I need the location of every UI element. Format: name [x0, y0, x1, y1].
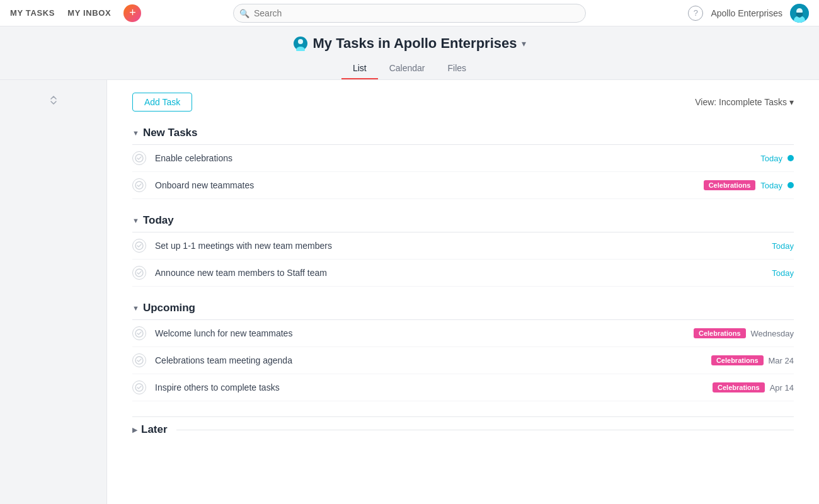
task-date: Apr 14 [770, 383, 794, 392]
avatar[interactable] [790, 4, 809, 23]
task-name: Celebrations team meeting agenda [155, 355, 711, 365]
upcoming-header[interactable]: ▼ Upcoming [132, 302, 794, 314]
later-divider [176, 430, 794, 430]
task-date: Today [760, 181, 782, 190]
task-dot [788, 155, 794, 161]
table-row[interactable]: Inspire others to complete tasks Celebra… [132, 374, 794, 401]
new-tasks-section: ▼ New Tasks Enable celebrations Today [132, 127, 794, 199]
later-caret: ▶ [132, 426, 137, 434]
table-row[interactable]: Onboard new teammates Celebrations Today [132, 172, 794, 199]
task-name: Enable celebrations [155, 153, 760, 163]
today-title: Today [143, 214, 174, 227]
upcoming-title: Upcoming [143, 302, 195, 314]
view-caret-icon: ▾ [789, 97, 794, 107]
my-tasks-nav[interactable]: MY TASKS [10, 8, 55, 18]
sidebar [0, 80, 107, 504]
my-inbox-nav[interactable]: MY INBOX [67, 8, 111, 18]
table-row[interactable]: Enable celebrations Today [132, 145, 794, 172]
table-row[interactable]: Set up 1-1 meetings with new team member… [132, 232, 794, 260]
task-date: Mar 24 [769, 356, 794, 365]
tab-calendar[interactable]: Calendar [378, 58, 437, 79]
task-meta: Celebrations Mar 24 [711, 355, 794, 365]
celebrations-tag: Celebrations [711, 355, 764, 365]
tab-list[interactable]: List [341, 58, 378, 79]
today-caret: ▼ [132, 217, 139, 224]
task-meta: Celebrations Wednesday [694, 328, 794, 338]
search-input[interactable] [233, 4, 586, 23]
task-date: Wednesday [751, 329, 794, 338]
task-name: Welcome lunch for new teammates [155, 328, 694, 338]
task-checkbox[interactable] [132, 353, 146, 367]
task-checkbox[interactable] [132, 239, 146, 253]
task-checkbox[interactable] [132, 266, 146, 280]
task-dot [788, 182, 794, 188]
task-name: Inspire others to complete tasks [155, 382, 713, 392]
today-header[interactable]: ▼ Today [132, 214, 794, 227]
question-icon: ? [694, 8, 698, 18]
celebrations-tag: Celebrations [713, 382, 765, 392]
page-title-caret[interactable]: ▾ [522, 38, 526, 49]
task-checkbox[interactable] [132, 151, 146, 165]
new-tasks-list: Enable celebrations Today Onboard new te… [132, 144, 794, 199]
nav-left: MY TASKS MY INBOX + [10, 4, 141, 22]
view-label: View: Incomplete Tasks [695, 97, 787, 107]
page-title: My Tasks in Apollo Enterprises [313, 35, 517, 52]
task-checkbox[interactable] [132, 381, 146, 394]
page-title-row: My Tasks in Apollo Enterprises ▾ [0, 35, 819, 52]
today-section: ▼ Today Set up 1-1 meetings with new tea… [132, 214, 794, 287]
toolbar: Add Task View: Incomplete Tasks ▾ [132, 93, 794, 112]
plus-icon: + [129, 6, 136, 20]
celebrations-tag: Celebrations [704, 180, 756, 190]
page-header: My Tasks in Apollo Enterprises ▾ List Ca… [0, 26, 819, 80]
search-bar: 🔍 [233, 4, 586, 23]
new-tasks-header[interactable]: ▼ New Tasks [132, 127, 794, 139]
nav-right: ? Apollo Enterprises [688, 4, 809, 23]
collapse-icon[interactable] [46, 93, 61, 108]
upcoming-list: Welcome lunch for new teammates Celebrat… [132, 319, 794, 401]
new-tasks-caret: ▼ [132, 129, 139, 137]
later-section: ▶ Later [132, 416, 794, 442]
today-list: Set up 1-1 meetings with new team member… [132, 232, 794, 287]
task-meta: Celebrations Today [704, 180, 794, 190]
task-date: Today [760, 154, 782, 163]
task-checkbox[interactable] [132, 178, 146, 192]
main-layout: Add Task View: Incomplete Tasks ▾ ▼ New … [0, 80, 819, 504]
page-tabs: List Calendar Files [0, 58, 819, 79]
celebrations-tag: Celebrations [694, 328, 746, 338]
help-button[interactable]: ? [688, 6, 703, 21]
page-logo [293, 36, 308, 51]
svg-point-4 [298, 39, 303, 44]
view-selector[interactable]: View: Incomplete Tasks ▾ [695, 97, 794, 107]
task-date: Today [772, 268, 794, 278]
org-name[interactable]: Apollo Enterprises [711, 8, 782, 18]
later-title: Later [141, 423, 168, 436]
task-name: Set up 1-1 meetings with new team member… [155, 241, 772, 251]
upcoming-caret: ▼ [132, 304, 139, 312]
top-nav: MY TASKS MY INBOX + 🔍 ? Apollo Enterpris… [0, 0, 819, 26]
upcoming-section: ▼ Upcoming Welcome lunch for new teammat… [132, 302, 794, 401]
search-icon: 🔍 [239, 8, 249, 18]
table-row[interactable]: Announce new team members to Staff team … [132, 260, 794, 287]
later-header[interactable]: ▶ Later [132, 416, 794, 442]
new-tasks-title: New Tasks [143, 127, 198, 139]
task-checkbox[interactable] [132, 326, 146, 340]
content-area: Add Task View: Incomplete Tasks ▾ ▼ New … [107, 80, 819, 504]
task-meta: Today [772, 268, 794, 278]
task-name: Announce new team members to Staff team [155, 268, 772, 278]
tab-files[interactable]: Files [437, 58, 478, 79]
task-meta: Today [772, 241, 794, 251]
task-meta: Celebrations Apr 14 [713, 382, 794, 392]
add-button[interactable]: + [123, 4, 141, 22]
task-date: Today [772, 241, 794, 251]
task-name: Onboard new teammates [155, 180, 704, 190]
table-row[interactable]: Celebrations team meeting agenda Celebra… [132, 347, 794, 374]
task-meta: Today [760, 154, 794, 163]
table-row[interactable]: Welcome lunch for new teammates Celebrat… [132, 320, 794, 347]
add-task-button[interactable]: Add Task [132, 93, 192, 112]
